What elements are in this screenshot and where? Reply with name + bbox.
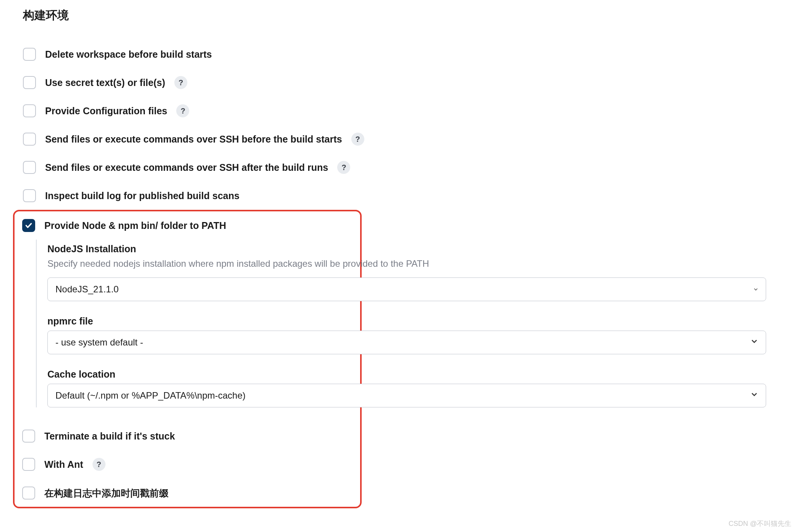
field-npmrc: npmrc file - use system default - — [47, 316, 789, 354]
checkbox-ssh-before[interactable] — [23, 133, 36, 146]
help-icon[interactable]: ? — [93, 458, 106, 471]
field-cache-location: Cache location Default (~/.npm or %APP_D… — [47, 369, 789, 407]
label-ssh-after: Send files or execute commands over SSH … — [45, 162, 328, 173]
select-cache-location[interactable]: Default (~/.npm or %APP_DATA%\npm-cache) — [47, 384, 766, 407]
label-inspect-log: Inspect build log for published build sc… — [45, 190, 239, 201]
label-with-ant: With Ant — [44, 459, 83, 470]
section-title: 构建环境 — [23, 8, 784, 23]
checkbox-with-ant[interactable] — [22, 458, 35, 471]
label-use-secret: Use secret text(s) or file(s) — [45, 77, 165, 88]
label-nodejs-install: NodeJS Installation — [47, 243, 789, 255]
label-timestamp-prefix: 在构建日志中添加时间戳前缀 — [44, 487, 169, 500]
checkbox-timestamp-prefix[interactable] — [22, 487, 35, 500]
label-cache-location: Cache location — [47, 369, 789, 380]
select-value-cache: Default (~/.npm or %APP_DATA%\npm-cache) — [55, 390, 245, 401]
label-delete-workspace: Delete workspace before build starts — [45, 49, 212, 60]
checkbox-delete-workspace[interactable] — [23, 48, 36, 61]
option-terminate-stuck: Terminate a build if it's stuck — [15, 422, 360, 450]
checkbox-inspect-log[interactable] — [23, 189, 36, 202]
checkbox-provide-config[interactable] — [23, 104, 36, 117]
node-config-section: NodeJS Installation Specify needed nodej… — [47, 240, 789, 407]
chevron-down-icon — [750, 337, 759, 348]
label-ssh-before: Send files or execute commands over SSH … — [45, 134, 342, 145]
label-provide-node: Provide Node & npm bin/ folder to PATH — [44, 220, 226, 231]
help-icon[interactable]: ? — [174, 76, 187, 89]
option-provide-node: Provide Node & npm bin/ folder to PATH — [15, 211, 360, 240]
option-inspect-log: Inspect build log for published build sc… — [15, 182, 784, 210]
select-value-npmrc: - use system default - — [55, 337, 143, 348]
option-timestamp-prefix: 在构建日志中添加时间戳前缀 — [15, 478, 360, 501]
option-ssh-before: Send files or execute commands over SSH … — [15, 125, 784, 153]
help-icon[interactable]: ? — [337, 161, 350, 174]
select-npmrc[interactable]: - use system default - — [47, 331, 766, 354]
desc-nodejs-install: Specify needed nodejs installation where… — [47, 258, 789, 269]
field-nodejs-install: NodeJS Installation Specify needed nodej… — [47, 243, 789, 301]
build-env-options: Delete workspace before build starts Use… — [15, 40, 784, 508]
checkbox-terminate-stuck[interactable] — [22, 430, 35, 443]
option-use-secret: Use secret text(s) or file(s) ? — [15, 68, 784, 97]
label-provide-config: Provide Configuration files — [45, 105, 167, 117]
select-nodejs-install[interactable]: NodeJS_21.1.0 — [47, 277, 766, 301]
option-delete-workspace: Delete workspace before build starts — [15, 40, 784, 68]
help-icon[interactable]: ? — [351, 133, 364, 146]
option-provide-config: Provide Configuration files ? — [15, 97, 784, 125]
checkbox-ssh-after[interactable] — [23, 161, 36, 174]
select-value-nodejs: NodeJS_21.1.0 — [55, 284, 119, 295]
label-terminate-stuck: Terminate a build if it's stuck — [44, 431, 175, 442]
chevron-down-icon — [753, 284, 759, 295]
option-with-ant: With Ant ? — [15, 450, 360, 478]
checkbox-use-secret[interactable] — [23, 76, 36, 89]
highlight-annotation: Provide Node & npm bin/ folder to PATH N… — [13, 210, 362, 508]
checkbox-provide-node[interactable] — [22, 219, 35, 232]
chevron-down-icon — [750, 390, 759, 401]
option-ssh-after: Send files or execute commands over SSH … — [15, 153, 784, 182]
help-icon[interactable]: ? — [176, 104, 189, 117]
label-npmrc: npmrc file — [47, 316, 789, 327]
